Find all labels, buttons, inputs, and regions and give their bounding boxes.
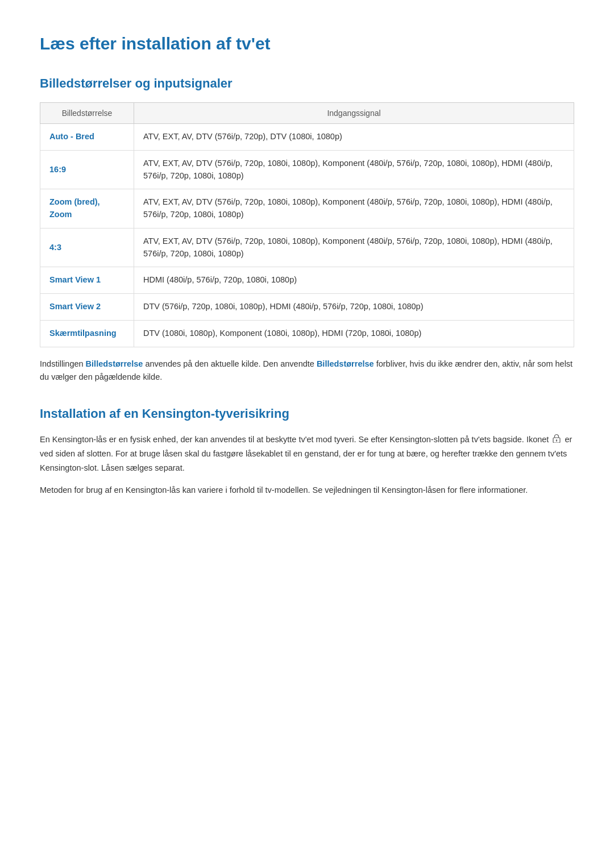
row-label-3: 4:3 — [40, 228, 134, 267]
table-note: Indstillingen Billedstørrelse anvendes p… — [40, 358, 574, 384]
kensington-p1-text1: En Kensington-lås er en fysisk enhed, de… — [40, 435, 549, 444]
note-bold-1: Billedstørrelse — [86, 359, 143, 368]
row-signal-6: DTV (1080i, 1080p), Komponent (1080i, 10… — [134, 320, 574, 347]
table-row: Smart View 1HDMI (480i/p, 576i/p, 720p, … — [40, 267, 574, 294]
svg-point-1 — [556, 439, 557, 441]
col2-header: Indgangssignal — [134, 103, 574, 124]
row-signal-3: ATV, EXT, AV, DTV (576i/p, 720p, 1080i, … — [134, 228, 574, 267]
row-label-6: Skærmtilpasning — [40, 320, 134, 347]
row-signal-2: ATV, EXT, AV, DTV (576i/p, 720p, 1080i, … — [134, 189, 574, 229]
row-label-1: 16:9 — [40, 150, 134, 189]
table-row: SkærmtilpasningDTV (1080i, 1080p), Kompo… — [40, 320, 574, 347]
kensington-section: Installation af en Kensington-tyverisikr… — [40, 406, 574, 497]
billedstorrelser-section: Billedstørrelser og inputsignaler Billed… — [40, 76, 574, 384]
kensington-paragraph2: Metoden for brug af en Kensington-lås ka… — [40, 483, 574, 497]
table-row: Auto - BredATV, EXT, AV, DTV (576i/p, 72… — [40, 124, 574, 151]
row-signal-0: ATV, EXT, AV, DTV (576i/p, 720p), DTV (1… — [134, 124, 574, 151]
page-title: Læs efter installation af tv'et — [40, 34, 574, 53]
table-row: 4:3ATV, EXT, AV, DTV (576i/p, 720p, 1080… — [40, 228, 574, 267]
section1-title: Billedstørrelser og inputsignaler — [40, 76, 574, 91]
row-label-5: Smart View 2 — [40, 294, 134, 321]
col1-header: Billedstørrelse — [40, 103, 134, 124]
note-text-2: anvendes på den aktuelle kilde. Den anve… — [143, 359, 317, 368]
table-row: Zoom (bred),ZoomATV, EXT, AV, DTV (576i/… — [40, 189, 574, 229]
section2-title: Installation af en Kensington-tyverisikr… — [40, 406, 574, 421]
row-signal-5: DTV (576i/p, 720p, 1080i, 1080p), HDMI (… — [134, 294, 574, 321]
row-label-0: Auto - Bred — [40, 124, 134, 151]
note-text-1: Indstillingen — [40, 359, 86, 368]
row-signal-4: HDMI (480i/p, 576i/p, 720p, 1080i, 1080p… — [134, 267, 574, 294]
table-row: 16:9ATV, EXT, AV, DTV (576i/p, 720p, 108… — [40, 150, 574, 189]
table-row: Smart View 2DTV (576i/p, 720p, 1080i, 10… — [40, 294, 574, 321]
row-label-4: Smart View 1 — [40, 267, 134, 294]
note-bold-2: Billedstørrelse — [317, 359, 374, 368]
row-signal-1: ATV, EXT, AV, DTV (576i/p, 720p, 1080i, … — [134, 150, 574, 189]
lock-icon — [553, 433, 561, 447]
row-label-2: Zoom (bred),Zoom — [40, 189, 134, 229]
kensington-paragraph1: En Kensington-lås er en fysisk enhed, de… — [40, 433, 574, 475]
signal-table: Billedstørrelse Indgangssignal Auto - Br… — [40, 102, 574, 347]
